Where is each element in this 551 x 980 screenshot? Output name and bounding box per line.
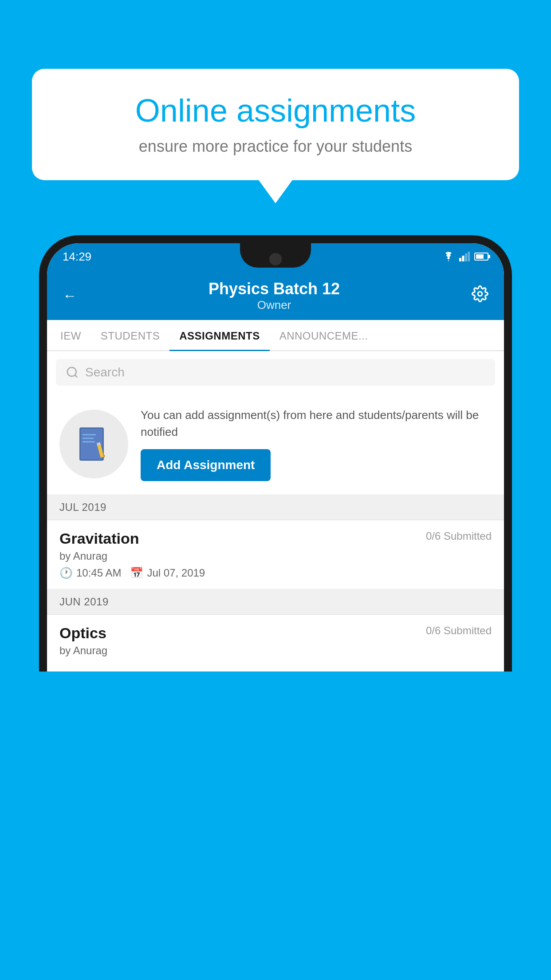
assignment-name: Gravitation <box>59 530 139 547</box>
svg-rect-2 <box>465 253 467 261</box>
assignment-name-optics: Optics <box>59 624 106 642</box>
info-card: You can add assignment(s) from here and … <box>47 394 504 495</box>
assignment-submitted-optics: 0/6 Submitted <box>426 624 492 637</box>
signal-icon <box>459 252 470 261</box>
phone-screen: 14:29 <box>47 243 504 672</box>
assignment-submitted: 0/6 Submitted <box>426 530 492 542</box>
header-center: Physics Batch 12 Owner <box>209 280 340 312</box>
speech-bubble: Online assignments ensure more practice … <box>32 69 519 180</box>
calendar-icon: 📅 <box>130 567 143 579</box>
assignment-top: Gravitation 0/6 Submitted <box>59 530 492 547</box>
app-header: ← Physics Batch 12 Owner <box>47 270 504 320</box>
status-icons <box>442 252 488 261</box>
tab-students[interactable]: STUDENTS <box>91 320 169 350</box>
header-subtitle: Owner <box>209 298 340 312</box>
assignment-top-optics: Optics 0/6 Submitted <box>59 624 492 642</box>
month-header-jun: JUN 2019 <box>47 589 504 615</box>
gear-icon <box>472 285 488 302</box>
tab-assignments[interactable]: ASSIGNMENTS <box>169 320 270 350</box>
svg-point-4 <box>478 292 482 296</box>
speech-bubble-subtitle: ensure more practice for your students <box>59 137 492 156</box>
svg-rect-10 <box>83 438 94 439</box>
assignment-icon-circle <box>59 410 128 478</box>
status-time: 14:29 <box>63 250 91 264</box>
assignment-meta: 🕐 10:45 AM 📅 Jul 07, 2019 <box>59 567 492 579</box>
settings-button[interactable] <box>472 285 488 306</box>
month-header-jul: JUL 2019 <box>47 495 504 520</box>
search-icon <box>66 366 79 379</box>
svg-rect-3 <box>468 252 470 261</box>
add-assignment-button[interactable]: Add Assignment <box>141 449 271 481</box>
tab-iew[interactable]: IEW <box>51 320 91 350</box>
svg-rect-0 <box>459 258 461 261</box>
notebook-icon <box>77 425 110 463</box>
wifi-icon <box>442 252 455 261</box>
svg-rect-1 <box>462 256 464 261</box>
assignment-by-optics: by Anurag <box>59 644 492 657</box>
phone-frame: 14:29 <box>39 235 512 980</box>
info-text: You can add assignment(s) from here and … <box>141 407 492 481</box>
phone-outer: 14:29 <box>39 235 512 672</box>
svg-rect-9 <box>83 434 96 435</box>
speech-bubble-title: Online assignments <box>59 93 492 128</box>
assignment-item-optics[interactable]: Optics 0/6 Submitted by Anurag <box>47 615 504 672</box>
assignment-item-gravitation[interactable]: Gravitation 0/6 Submitted by Anurag 🕐 10… <box>47 520 504 589</box>
tabs-row: IEW STUDENTS ASSIGNMENTS ANNOUNCEME... <box>47 320 504 351</box>
svg-rect-11 <box>83 441 95 443</box>
clock-icon: 🕐 <box>59 567 73 579</box>
info-description: You can add assignment(s) from here and … <box>141 407 492 440</box>
search-placeholder: Search <box>85 365 125 379</box>
svg-line-6 <box>75 375 77 377</box>
phone-notch <box>240 243 311 268</box>
tab-announcements[interactable]: ANNOUNCEME... <box>270 320 378 350</box>
assignment-date: 📅 Jul 07, 2019 <box>130 567 205 579</box>
search-container: Search <box>47 351 504 394</box>
assignment-time: 🕐 10:45 AM <box>59 567 121 579</box>
svg-point-5 <box>67 368 76 376</box>
battery-icon <box>474 253 488 261</box>
search-box[interactable]: Search <box>56 359 495 386</box>
assignment-by: by Anurag <box>59 550 492 562</box>
speech-bubble-container: Online assignments ensure more practice … <box>32 69 519 180</box>
phone-camera <box>269 253 282 265</box>
header-title: Physics Batch 12 <box>209 280 340 298</box>
back-button[interactable]: ← <box>63 288 77 304</box>
